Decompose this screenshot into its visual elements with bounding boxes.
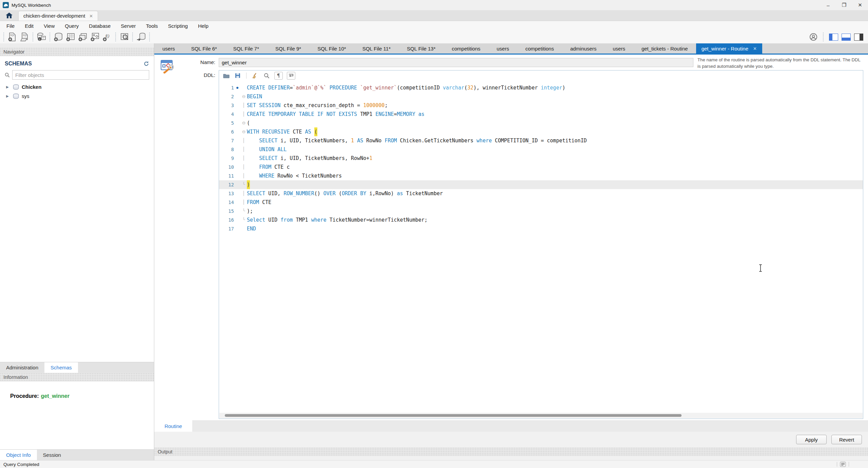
editor-tab-sql-file-9-[interactable]: SQL File 9* (267, 43, 309, 54)
minimize-button[interactable]: – (820, 0, 836, 10)
menu-query[interactable]: Query (60, 23, 84, 29)
menu-edit[interactable]: Edit (20, 23, 39, 29)
code-line-15[interactable]: 15╰); (219, 207, 863, 216)
code-line-12[interactable]: 12╰) (219, 180, 863, 189)
connection-tab[interactable]: chicken-dinner-development ✕ (18, 11, 98, 21)
sql-code-area[interactable]: 1●CREATE DEFINER=`admin`@`%` PROCEDURE `… (219, 81, 863, 412)
code-token: integer (541, 83, 562, 92)
menu-database[interactable]: Database (84, 23, 116, 29)
code-line-14[interactable]: 14│FROM CTE (219, 198, 863, 207)
editor-tab-get-winner-routine[interactable]: get_winner - Routine✕ (696, 43, 762, 54)
code-line-10[interactable]: 10│ FROM CTE c (219, 163, 863, 171)
tab-administration[interactable]: Administration (0, 362, 44, 373)
schema-tree-item-chicken[interactable]: ▶Chicken (5, 82, 149, 91)
connection-tab-close-icon[interactable]: ✕ (89, 14, 93, 19)
fold-marker: │ (241, 154, 247, 163)
expand-caret-icon[interactable]: ▶ (6, 94, 10, 98)
editor-tab-users[interactable]: users (605, 43, 633, 54)
menu-scripting[interactable]: Scripting (163, 23, 193, 29)
code-line-1[interactable]: 1●CREATE DEFINER=`admin`@`%` PROCEDURE `… (219, 83, 863, 92)
create-procedure-icon[interactable] (89, 32, 101, 42)
schema-tree-item-sys[interactable]: ▶sys (5, 91, 149, 101)
fold-marker[interactable]: ⊖ (241, 127, 247, 136)
search-table-data-icon[interactable] (118, 32, 130, 42)
code-line-6[interactable]: 6⊖WITH RECURSIVE CTE AS ( (219, 127, 863, 136)
fold-marker[interactable]: ⊖ (241, 119, 247, 127)
apply-button[interactable]: Apply (796, 435, 827, 444)
editor-tab-sql-file-13-[interactable]: SQL File 13* (399, 43, 444, 54)
fold-marker: │ (241, 163, 247, 171)
menu-server[interactable]: Server (116, 23, 141, 29)
code-line-17[interactable]: 17END (219, 224, 863, 233)
home-tab[interactable] (0, 10, 18, 21)
reconnect-db-icon[interactable] (135, 32, 147, 42)
code-token: ) (247, 180, 250, 189)
output-log-icon[interactable] (840, 462, 846, 467)
fold-marker: │ (241, 189, 247, 198)
restore-button[interactable]: ❐ (836, 0, 852, 10)
editor-tab-sql-file-10-[interactable]: SQL File 10* (309, 43, 354, 54)
code-line-9[interactable]: 9│ SELECT i, UID, TicketNumbers, RowNo+1 (219, 154, 863, 163)
create-view-icon[interactable] (77, 32, 89, 42)
save-icon[interactable] (234, 72, 241, 79)
create-table-icon[interactable] (64, 32, 77, 42)
tab-session[interactable]: Session (37, 450, 67, 460)
menu-help[interactable]: Help (193, 23, 214, 29)
tab-object-info[interactable]: Object Info (0, 450, 37, 460)
editor-tab-adminusers[interactable]: adminusers (562, 43, 605, 54)
beautify-icon[interactable] (251, 72, 259, 79)
word-wrap-icon[interactable] (287, 72, 295, 80)
code-token: ORDER BY (342, 189, 366, 198)
account-icon[interactable] (809, 33, 817, 41)
new-query-tab-icon[interactable]: SQL (6, 32, 18, 42)
show-invisibles-icon[interactable]: ¶ (274, 72, 283, 80)
code-line-8[interactable]: 8│ UNION ALL (219, 145, 863, 154)
menu-view[interactable]: View (39, 23, 60, 29)
menu-file[interactable]: File (1, 23, 20, 29)
editor-tab-sql-file-6-[interactable]: SQL File 6* (183, 43, 225, 54)
tab-routine[interactable]: Routine (154, 420, 192, 432)
revert-button[interactable]: Revert (831, 435, 862, 444)
editor-tab-sql-file-11-[interactable]: SQL File 11* (354, 43, 399, 54)
close-button[interactable]: ✕ (852, 0, 868, 10)
open-sql-script-icon[interactable]: SQL (18, 32, 31, 42)
fold-marker: │ (241, 101, 247, 110)
expand-caret-icon[interactable]: ▶ (6, 85, 10, 89)
create-function-icon[interactable]: f() (101, 32, 113, 42)
fold-marker: │ (241, 145, 247, 154)
editor-tab-label: competitions (452, 46, 480, 52)
find-icon[interactable] (263, 72, 270, 79)
fold-marker (241, 83, 247, 92)
tab-schemas[interactable]: Schemas (44, 362, 78, 373)
menu-tools[interactable]: Tools (141, 23, 163, 29)
editor-tab-get-tickets-routine[interactable]: get_tickets - Routine (633, 43, 696, 54)
code-line-4[interactable]: 4│CREATE TEMPORARY TABLE IF NOT EXISTS T… (219, 110, 863, 119)
toggle-bottom-panel-icon[interactable] (842, 34, 851, 41)
horizontal-scrollbar[interactable] (219, 413, 863, 418)
fold-marker[interactable]: ⊖ (241, 92, 247, 101)
editor-tab-competitions[interactable]: competitions (444, 43, 489, 54)
code-line-3[interactable]: 3│SET SESSION cte_max_recursion_depth = … (219, 101, 863, 110)
routine-name-input[interactable] (219, 58, 693, 67)
code-line-11[interactable]: 11│ WHERE RowNo < TicketNumbers (219, 171, 863, 180)
refresh-schemas-icon[interactable] (143, 61, 149, 66)
code-line-7[interactable]: 7│ SELECT i, UID, TicketNumbers, 1 AS Ro… (219, 136, 863, 145)
create-schema-icon[interactable] (52, 32, 64, 42)
toggle-left-panel-icon[interactable] (829, 34, 838, 41)
editor-tab-users[interactable]: users (154, 43, 183, 54)
open-file-icon[interactable] (222, 72, 230, 79)
editor-tab-users[interactable]: users (489, 43, 517, 54)
schema-inspector-icon[interactable]: i (35, 32, 47, 42)
svg-text:SQL: SQL (10, 34, 15, 37)
code-line-16[interactable]: 16╰Select UID from TMP1 where TicketNumb… (219, 216, 863, 224)
code-line-13[interactable]: 13│SELECT UID, ROW_NUMBER() OVER (ORDER … (219, 189, 863, 198)
toggle-right-panel-icon[interactable] (854, 34, 863, 41)
filter-objects-input[interactable] (12, 70, 149, 80)
code-line-2[interactable]: 2⊖BEGIN (219, 92, 863, 101)
code-line-5[interactable]: 5⊖( (219, 119, 863, 127)
editor-tab-competitions[interactable]: competitions (517, 43, 562, 54)
editor-tab-sql-file-7-[interactable]: SQL File 7* (225, 43, 267, 54)
scrollbar-thumb[interactable] (225, 414, 682, 417)
close-tab-icon[interactable]: ✕ (753, 46, 757, 51)
code-token: ( (464, 83, 467, 92)
